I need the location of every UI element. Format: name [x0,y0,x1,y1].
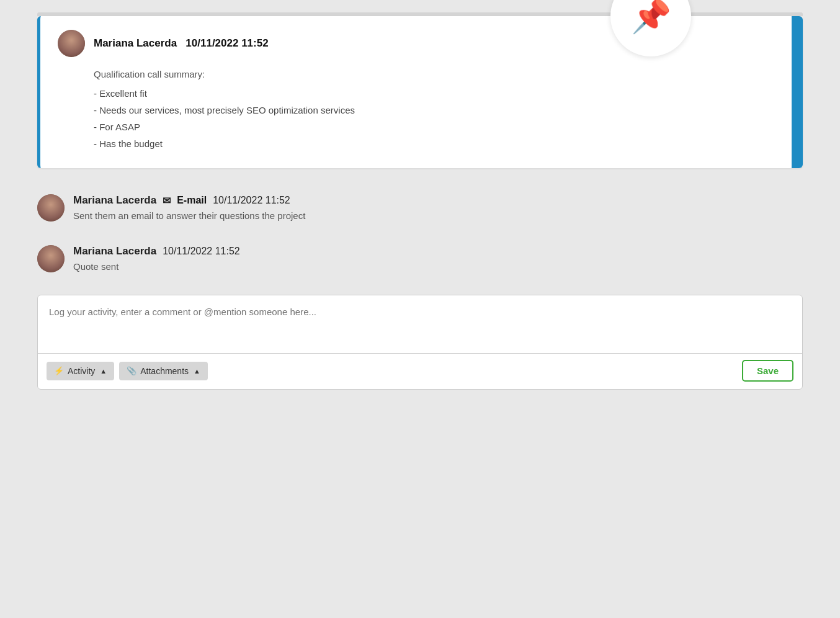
activity-row-2: Mariana Lacerda 10/11/2022 11:52 Quote s… [37,245,803,272]
activity-type-1: E-mail [177,195,207,206]
activity-content-1: Mariana Lacerda ✉ E-mail 10/11/2022 11:5… [73,194,305,221]
summary-title: Qualification call summary: [94,66,785,83]
activity-btn-label: Activity [68,366,95,376]
avatar [58,30,85,57]
avatar-2 [37,194,65,222]
main-container: 📌 Mariana Lacerda 10/11/2022 11:52 Quali… [0,0,840,390]
bullet-4: - Has the budget [94,135,785,152]
pin-icon: 📌 [631,0,671,35]
comment-textarea[interactable] [38,295,802,351]
activity-timestamp-1: 10/11/2022 11:52 [213,195,290,206]
footer-left: ⚡ Activity ▲ 📎 Attachments ▲ [47,362,208,380]
comment-box: ⚡ Activity ▲ 📎 Attachments ▲ Save [37,295,803,390]
activity-body-2: Quote sent [73,261,240,272]
card-author-timestamp: Mariana Lacerda 10/11/2022 11:52 [94,37,269,50]
activity-timestamp-2: 10/11/2022 11:52 [163,246,240,257]
card-timestamp: 10/11/2022 11:52 [185,37,268,49]
activity-row-1: Mariana Lacerda ✉ E-mail 10/11/2022 11:5… [37,194,803,222]
activity-header-1: Mariana Lacerda ✉ E-mail 10/11/2022 11:5… [73,194,305,207]
card-body: Qualification call summary: - Excellent … [58,66,785,152]
bullet-2: - Needs our services, most precisely SEO… [94,102,785,119]
comment-footer: ⚡ Activity ▲ 📎 Attachments ▲ Save [38,354,802,389]
activity-header-2: Mariana Lacerda 10/11/2022 11:52 [73,245,240,258]
paperclip-icon: 📎 [127,366,136,375]
activity-author-1: Mariana Lacerda [73,194,156,207]
activity-content-2: Mariana Lacerda 10/11/2022 11:52 Quote s… [73,245,240,272]
activity-item-email: Mariana Lacerda ✉ E-mail 10/11/2022 11:5… [37,183,803,233]
activity-item-quote: Mariana Lacerda 10/11/2022 11:52 Quote s… [37,234,803,284]
avatar-3 [37,245,65,272]
activity-author-2: Mariana Lacerda [73,245,156,258]
pinned-note-card: 📌 Mariana Lacerda 10/11/2022 11:52 Quali… [37,16,803,168]
save-button[interactable]: Save [742,360,793,382]
bullet-3: - For ASAP [94,119,785,135]
right-border-stripe [792,16,803,168]
email-icon: ✉ [163,195,171,207]
card-author: Mariana Lacerda [94,37,177,49]
activity-body-1: Sent them an email to answer their quest… [73,210,305,221]
lightning-icon: ⚡ [54,366,64,375]
attachments-chevron-icon: ▲ [194,367,200,375]
activity-chevron-icon: ▲ [100,367,107,375]
attachments-btn-label: Attachments [140,366,189,376]
activity-button[interactable]: ⚡ Activity ▲ [47,362,114,380]
attachments-button[interactable]: 📎 Attachments ▲ [119,362,208,380]
bullet-1: - Excellent fit [94,85,785,102]
